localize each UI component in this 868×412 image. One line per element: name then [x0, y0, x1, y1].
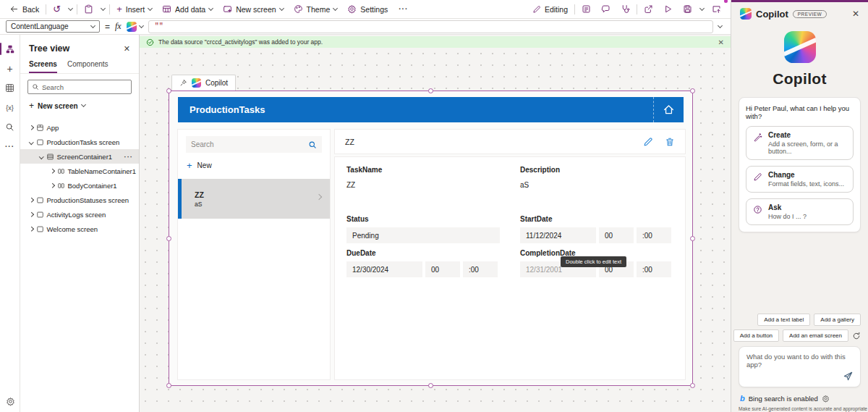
tree-search-box[interactable] [27, 80, 132, 94]
undo-menu-button[interactable] [66, 1, 75, 18]
gear-icon[interactable] [822, 395, 830, 403]
gallery-search-box[interactable] [186, 136, 322, 153]
minute-input[interactable]: :00 [463, 261, 498, 277]
app-checker-button[interactable] [576, 1, 596, 18]
share-button[interactable] [639, 1, 658, 18]
rail-settings-button[interactable] [0, 397, 20, 406]
app-header-bar[interactable]: ProductionTasks [178, 97, 684, 122]
gear-icon [347, 4, 357, 14]
close-tree-view-button[interactable]: ✕ [124, 44, 130, 54]
tree-search-input[interactable] [42, 83, 127, 91]
send-icon[interactable] [843, 371, 854, 382]
formula-copilot-button[interactable] [127, 22, 143, 32]
gallery-item-selected[interactable]: ZZ aS [178, 179, 330, 219]
tree-item-productiontasks-screen[interactable]: ProductionTasks screen [20, 135, 139, 149]
undo-button[interactable]: ↺ [48, 1, 66, 18]
insert-label: Insert [126, 5, 145, 14]
app-screen[interactable]: ProductionTasks + New ZZ aS [169, 91, 692, 385]
tree-item-more-button[interactable]: ··· [124, 153, 134, 161]
save-button[interactable] [678, 1, 697, 18]
save-menu-button[interactable] [697, 1, 707, 18]
gallery-search-input[interactable] [191, 140, 308, 148]
chip-add-button[interactable]: Add a button [733, 329, 779, 342]
tree-view-rail-button[interactable] [0, 39, 20, 59]
divider [637, 4, 637, 14]
close-copilot-button[interactable]: ✕ [852, 9, 859, 19]
hour-input[interactable]: 00 [599, 227, 634, 243]
minute-input[interactable]: :00 [637, 227, 671, 243]
canvas-copilot-button[interactable]: Copilot [171, 75, 236, 91]
edit-pencil-icon[interactable] [643, 137, 653, 147]
tree-item-screencontainer1[interactable]: ScreenContainer1 ··· [20, 149, 139, 164]
tab-screens[interactable]: Screens [29, 58, 57, 73]
field-description[interactable]: Description aS [520, 166, 673, 215]
tree-item-activitylogs-screen[interactable]: ActivityLogs screen [20, 207, 139, 222]
preview-play-button[interactable] [658, 1, 678, 18]
paste-button[interactable] [79, 1, 98, 18]
more-rail-button[interactable]: ··· [0, 137, 20, 156]
copilot-prompt-box[interactable] [739, 346, 861, 387]
date-input[interactable]: 11/12/2024 [520, 227, 596, 243]
add-data-button[interactable]: Add data [157, 1, 218, 18]
horizontal-container-icon [57, 182, 65, 190]
theme-button[interactable]: Theme [289, 1, 343, 18]
divider [574, 4, 575, 14]
tree-item-productionstatuses-screen[interactable]: ProductionStatuses screen [20, 193, 139, 207]
chip-add-text-label[interactable]: Add a text label [757, 314, 810, 326]
create-card[interactable]: Create Add a screen, form, or a button..… [746, 126, 854, 160]
data-grid-icon [5, 83, 14, 93]
minute-input[interactable]: :00 [637, 261, 671, 277]
fx-label: fx [115, 21, 122, 32]
create-card-title: Create [768, 131, 846, 139]
copilot-prompt-input[interactable] [739, 347, 860, 376]
expand-formula-bar-chevron[interactable] [718, 22, 723, 28]
insert-button[interactable]: + Insert [111, 1, 157, 18]
design-canvas[interactable]: Copilot ProductionTasks + New ZZ aS [140, 48, 731, 412]
variables-rail-button[interactable]: {x} [0, 98, 20, 117]
paste-menu-button[interactable] [98, 1, 108, 18]
back-button[interactable]: Back [4, 1, 44, 18]
canvas-area: The data source "crccd_activitylogs" was… [140, 35, 731, 412]
comments-button[interactable] [596, 1, 616, 18]
new-screen-tree-button[interactable]: + New screen [20, 96, 139, 116]
change-card[interactable]: Change Format fields, text, icons... [746, 166, 854, 193]
search-rail-button[interactable] [0, 117, 20, 137]
chip-add-gallery[interactable]: Add a gallery [814, 314, 861, 326]
hour-input[interactable]: 00 [425, 261, 460, 277]
status-input[interactable]: Pending [346, 227, 500, 243]
tree-item-bodycontainer1[interactable]: BodyContainer1 [20, 178, 139, 193]
formula-input[interactable]: "" [148, 20, 713, 33]
canvas-copilot-label: Copilot [205, 79, 228, 87]
home-icon[interactable] [653, 97, 684, 122]
field-taskname[interactable]: TaskName ZZ [346, 166, 500, 215]
plus-icon: + [7, 63, 12, 75]
insert-rail-button[interactable]: + [0, 59, 20, 78]
field-duedate[interactable]: DueDate 12/30/2024 00 :00 [346, 249, 500, 283]
refresh-icon[interactable] [852, 332, 861, 340]
copilot-greeting-bubble: Hi Peter Paul, what can I help you with?… [739, 97, 861, 232]
tree-item-app[interactable]: App [20, 120, 139, 135]
property-selector[interactable]: ContentLanguage [6, 20, 100, 33]
new-record-button[interactable]: + New [178, 153, 330, 177]
field-startdate[interactable]: StartDate 11/12/2024 00 :00 [520, 215, 673, 249]
tree-item-tablenamecontainer1[interactable]: TableNameContainer1 [20, 164, 139, 178]
editing-mode-button[interactable]: Editing [527, 1, 573, 18]
chevron-down-icon [29, 140, 33, 144]
publish-button[interactable] [707, 1, 726, 18]
field-status[interactable]: Status Pending [346, 215, 500, 249]
trash-icon[interactable] [665, 137, 675, 147]
date-input[interactable]: 12/30/2024 [346, 261, 422, 277]
chip-add-email-screen[interactable]: Add an email screen [783, 329, 848, 342]
tab-components[interactable]: Components [67, 58, 109, 73]
new-screen-button[interactable]: New screen [218, 1, 288, 18]
ask-card[interactable]: Ask How do I ... ? [746, 198, 854, 225]
save-icon [683, 4, 692, 14]
tree-item-welcome-screen[interactable]: Welcome screen [20, 222, 139, 236]
notification-close-button[interactable]: ✕ [718, 38, 724, 46]
monitor-button[interactable] [616, 1, 635, 18]
settings-button[interactable]: Settings [342, 1, 393, 18]
data-rail-button[interactable] [0, 78, 20, 98]
preview-badge: PREVIEW [793, 10, 827, 18]
tree-item-label: ScreenContainer1 [57, 153, 113, 161]
overflow-button[interactable]: ··· [393, 5, 414, 13]
